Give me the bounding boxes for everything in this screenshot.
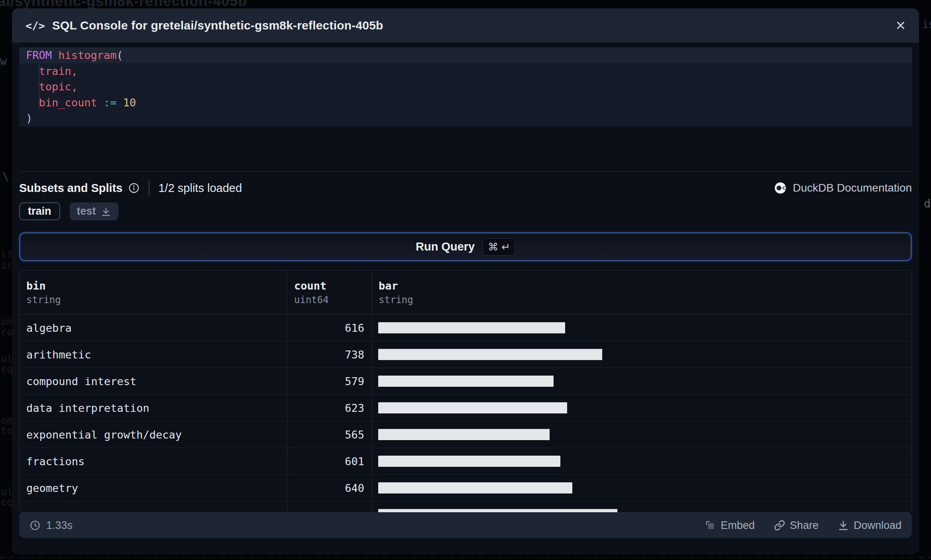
table-row: exponential growth/decay 565 bbox=[20, 421, 911, 448]
clock-icon bbox=[29, 520, 41, 531]
cell-bar bbox=[372, 395, 911, 421]
column-type: string bbox=[26, 294, 61, 305]
cell-bar bbox=[372, 421, 911, 448]
code-line: FROM histogram( bbox=[19, 47, 912, 63]
results-footer: 1.33s Embed Share bbox=[19, 513, 912, 538]
download-button[interactable]: Download bbox=[838, 519, 902, 532]
code-line: bin_count := 10 bbox=[19, 95, 912, 111]
tab-test-label: test bbox=[77, 205, 96, 217]
close-icon[interactable]: × bbox=[896, 17, 905, 34]
run-query-shortcut: ⌘ ↵ bbox=[483, 238, 515, 256]
table-row: algebra 616 bbox=[20, 315, 911, 341]
code-token: train, bbox=[26, 65, 78, 77]
share-button[interactable]: Share bbox=[774, 519, 819, 532]
table-row: compound interest 579 bbox=[20, 368, 911, 395]
histogram-bar bbox=[378, 482, 572, 493]
cell-bin: data interpretation bbox=[20, 395, 287, 421]
share-label: Share bbox=[790, 519, 819, 532]
cell-bin: algebra bbox=[20, 315, 287, 341]
duckdb-documentation-label: DuckDB Documentation bbox=[793, 182, 912, 194]
background-fragment: ir bbox=[1, 260, 13, 270]
query-duration: 1.33s bbox=[29, 519, 73, 532]
cell-bin: compound interest bbox=[20, 368, 287, 394]
code-token: topic, bbox=[26, 80, 78, 93]
column-header-count[interactable]: count uint64 bbox=[287, 270, 372, 314]
cell-bar bbox=[372, 475, 911, 501]
background-fragment: eq bbox=[1, 364, 13, 374]
run-query-label: Run Query bbox=[416, 240, 475, 253]
histogram-bar bbox=[378, 322, 565, 333]
cmd-key-icon: ⌘ bbox=[488, 241, 498, 253]
embed-label: Embed bbox=[721, 519, 755, 532]
histogram-bar bbox=[378, 429, 550, 440]
table-row: data interpretation 623 bbox=[20, 395, 911, 421]
embed-button[interactable]: Embed bbox=[705, 519, 755, 532]
histogram-bar bbox=[378, 376, 554, 387]
tab-test[interactable]: test bbox=[70, 202, 118, 220]
background-fragment: is bbox=[922, 19, 931, 29]
table-row: geometry 640 bbox=[20, 475, 911, 501]
tab-train[interactable]: train bbox=[19, 202, 60, 220]
cell-count: 601 bbox=[287, 448, 372, 474]
histogram-bar bbox=[378, 349, 602, 360]
table-row: fractions 601 bbox=[20, 448, 911, 475]
cell-bar bbox=[372, 501, 911, 513]
column-name: bar bbox=[379, 280, 398, 292]
column-header-bin[interactable]: bin string bbox=[20, 270, 287, 314]
cell-bin: geometry bbox=[20, 475, 287, 501]
code-token: bin_count bbox=[26, 96, 104, 109]
table-row: arithmetic 738 bbox=[20, 341, 911, 368]
cell-bar bbox=[372, 368, 911, 394]
cell-count: 738 bbox=[287, 341, 372, 368]
splits-title: Subsets and Splits bbox=[19, 182, 122, 195]
background-fragment: w bbox=[0, 56, 7, 67]
code-line: ) bbox=[19, 110, 912, 126]
code-icon: </> bbox=[26, 20, 45, 32]
splits-loaded-status: 1/2 splits loaded bbox=[158, 182, 242, 195]
histogram-bar bbox=[378, 509, 617, 513]
share-link-icon bbox=[774, 520, 785, 531]
background-fragment: eq bbox=[1, 497, 13, 507]
cell-bin: arithmetic bbox=[20, 341, 287, 368]
code-line: topic, bbox=[19, 79, 912, 95]
modal-title: SQL Console for gretelai/synthetic-gsm8k… bbox=[52, 19, 383, 32]
code-token: := bbox=[104, 96, 117, 109]
cell-bin: fractions bbox=[20, 448, 287, 474]
download-label: Download bbox=[854, 519, 902, 532]
background-fragment: ul bbox=[1, 354, 13, 364]
background-fragment: d bbox=[924, 198, 931, 210]
splits-header: Subsets and Splits 1/2 splits loaded Duc… bbox=[19, 177, 912, 199]
cell-count: 640 bbox=[287, 475, 372, 501]
split-tabs: train test bbox=[19, 202, 118, 220]
code-token: ) bbox=[26, 112, 32, 124]
query-duration-value: 1.33s bbox=[46, 519, 73, 532]
results-table: bin string count uint64 bar string algeb… bbox=[19, 270, 912, 513]
code-token: FROM bbox=[26, 49, 52, 61]
vertical-divider bbox=[149, 181, 149, 195]
info-icon[interactable] bbox=[128, 182, 140, 194]
background-divider bbox=[0, 557, 931, 558]
run-query-button[interactable]: Run Query ⌘ ↵ bbox=[19, 232, 912, 261]
column-name: bin bbox=[26, 280, 46, 292]
column-type: string bbox=[379, 294, 413, 305]
column-header-bar[interactable]: bar string bbox=[372, 270, 911, 314]
background-fragment: ul bbox=[1, 487, 13, 497]
background-fragment: \ bbox=[2, 171, 9, 182]
cell-count: 579 bbox=[287, 368, 372, 394]
cell-count: 623 bbox=[287, 395, 372, 421]
cell-count: 565 bbox=[287, 421, 372, 448]
sql-editor[interactable]: FROM histogram( train, topic, bin_count … bbox=[19, 47, 912, 127]
column-type: uint64 bbox=[294, 294, 329, 305]
background-fragment: lf bbox=[1, 250, 13, 260]
code-token: histogram bbox=[58, 49, 116, 61]
cell-count bbox=[287, 501, 372, 513]
tab-train-label: train bbox=[28, 205, 51, 217]
duckdb-documentation-link[interactable]: DuckDB Documentation bbox=[774, 182, 912, 194]
embed-icon bbox=[705, 520, 716, 531]
cell-bar bbox=[372, 448, 911, 474]
download-split-icon bbox=[101, 206, 111, 217]
code-token: ( bbox=[117, 49, 123, 61]
modal-header: </> SQL Console for gretelai/synthetic-g… bbox=[12, 8, 919, 43]
page-background: ai/synthetic-gsm8k-reflection-405b w \ l… bbox=[0, 0, 931, 560]
duckdb-logo-icon bbox=[774, 182, 787, 194]
